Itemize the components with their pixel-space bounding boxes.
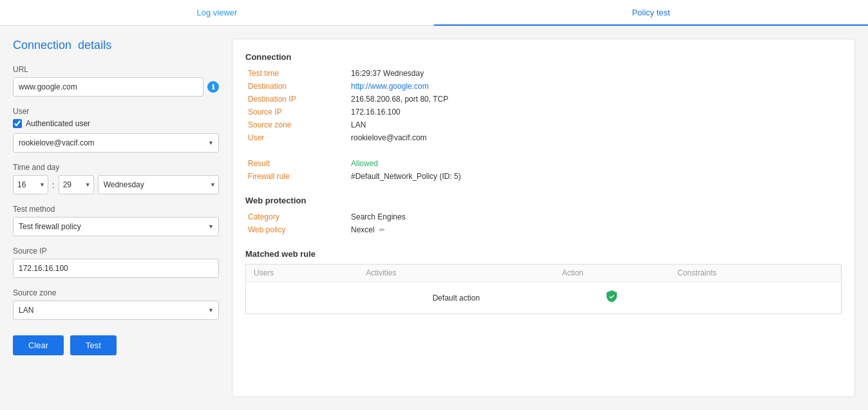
value-destination: http://www.google.com <box>348 80 842 93</box>
table-row: Source IP 172.16.16.100 <box>245 106 842 118</box>
tab-policy-test[interactable]: Policy test <box>434 0 868 26</box>
label-user: User <box>245 131 348 144</box>
source-ip-input[interactable] <box>13 259 219 278</box>
info-icon[interactable]: ℹ <box>207 81 219 93</box>
label-category: Category <box>245 210 348 223</box>
connection-section-header: Connection <box>245 52 842 62</box>
panel-title-part2: details <box>78 39 111 51</box>
day-wrapper: Wednesday Monday Tuesday Thursday Friday… <box>98 175 219 194</box>
label-result: Result <box>245 157 348 170</box>
minute-wrapper: 29 <box>59 175 94 194</box>
connection-section: Connection Test time 16:29:37 Wednesday … <box>245 52 842 144</box>
user-email-wrapper: rookielove@vacif.com <box>13 133 219 153</box>
table-row: Destination IP 216.58.200.68, port 80, T… <box>245 93 842 106</box>
hour-wrapper: 16 <box>13 175 48 194</box>
edit-icon[interactable]: ✏ <box>379 226 385 234</box>
table-row: Test time 16:29:37 Wednesday <box>245 67 842 80</box>
col-header-constraints: Constraints <box>670 265 841 282</box>
matched-web-rule-header: Matched web rule <box>245 249 842 259</box>
test-method-select[interactable]: Test firewall policy Test web policy <box>13 217 219 236</box>
result-table: Result Allowed Firewall rule #Default_Ne… <box>245 157 842 183</box>
url-label: URL <box>13 65 219 74</box>
table-row: User rookielove@vacif.com <box>245 131 842 144</box>
source-zone-label: Source zone <box>13 288 219 297</box>
right-panel: Connection Test time 16:29:37 Wednesday … <box>232 39 855 397</box>
authenticated-user-row: Authenticated user <box>13 119 219 128</box>
user-email-select[interactable]: rookielove@vacif.com <box>13 133 219 153</box>
value-source-ip: 172.16.16.100 <box>348 106 842 118</box>
url-wrapper: ℹ <box>13 77 219 97</box>
user-group: User Authenticated user rookielove@vacif… <box>13 107 219 153</box>
user-label: User <box>13 107 219 116</box>
cell-users <box>246 282 359 314</box>
source-ip-label: Source IP <box>13 247 219 256</box>
cell-constraints <box>670 282 841 314</box>
cell-activities: Default action <box>358 282 554 314</box>
panel-title: Connection details <box>13 39 219 52</box>
authenticated-user-label: Authenticated user <box>26 119 90 128</box>
source-zone-group: Source zone LAN WAN DMZ <box>13 288 219 320</box>
table-row: Source zone LAN <box>245 118 842 131</box>
value-source-zone: LAN <box>348 118 842 131</box>
label-destination-ip: Destination IP <box>245 93 348 106</box>
source-zone-select[interactable]: LAN WAN DMZ <box>13 301 219 320</box>
panel-title-part1: Connection <box>13 39 71 51</box>
table-row: Web policy Nexcel ✏ <box>245 223 842 236</box>
table-row: Destination http://www.google.com <box>245 80 842 93</box>
result-section: Result Allowed Firewall rule #Default_Ne… <box>245 157 842 183</box>
cell-action <box>554 282 670 314</box>
table-row: Default action <box>246 282 842 314</box>
table-row: Result Allowed <box>245 157 842 170</box>
col-header-action: Action <box>554 265 670 282</box>
test-button[interactable]: Test <box>70 335 117 355</box>
connection-table: Test time 16:29:37 Wednesday Destination… <box>245 67 842 144</box>
value-test-time: 16:29:37 Wednesday <box>348 67 842 80</box>
test-method-wrapper: Test firewall policy Test web policy <box>13 217 219 236</box>
value-firewall-rule: #Default_Network_Policy (ID: 5) <box>348 170 842 183</box>
main-content: Connection details URL ℹ User Authentica… <box>0 26 868 410</box>
day-select[interactable]: Wednesday Monday Tuesday Thursday Friday… <box>98 175 219 194</box>
time-row: 16 : 29 Wednesday Monday Tuesday Thursda… <box>13 175 219 194</box>
col-header-activities: Activities <box>358 265 554 282</box>
source-ip-group: Source IP <box>13 247 219 278</box>
table-row: Firewall rule #Default_Network_Policy (I… <box>245 170 842 183</box>
matched-rule-table: Users Activities Action Constraints Defa… <box>245 264 842 314</box>
top-navigation: Log viewer Policy test <box>0 0 868 26</box>
label-web-policy: Web policy <box>245 223 348 236</box>
matched-web-rule-section: Matched web rule Users Activities Action… <box>245 249 842 314</box>
authenticated-user-checkbox[interactable] <box>13 119 22 128</box>
left-panel: Connection details URL ℹ User Authentica… <box>13 39 219 397</box>
shield-allow-icon <box>605 290 619 304</box>
source-zone-wrapper: LAN WAN DMZ <box>13 301 219 320</box>
table-header-row: Users Activities Action Constraints <box>246 265 842 282</box>
value-user: rookielove@vacif.com <box>348 131 842 144</box>
label-source-ip: Source IP <box>245 106 348 118</box>
col-header-users: Users <box>246 265 359 282</box>
url-input[interactable] <box>13 77 203 97</box>
hour-select[interactable]: 16 <box>13 175 48 194</box>
web-protection-header: Web protection <box>245 196 842 205</box>
action-buttons: Clear Test <box>13 335 219 355</box>
time-and-day-label: Time and day <box>13 163 219 172</box>
label-source-zone: Source zone <box>245 118 348 131</box>
label-destination: Destination <box>245 80 348 93</box>
label-test-time: Test time <box>245 67 348 80</box>
time-separator: : <box>52 180 55 190</box>
value-category: Search Engines <box>348 210 842 223</box>
test-method-group: Test method Test firewall policy Test we… <box>13 205 219 236</box>
tab-log-viewer[interactable]: Log viewer <box>0 0 434 26</box>
url-group: URL ℹ <box>13 65 219 97</box>
table-row: Category Search Engines <box>245 210 842 223</box>
value-web-policy: Nexcel ✏ <box>348 223 842 236</box>
value-result: Allowed <box>348 157 842 170</box>
minute-select[interactable]: 29 <box>59 175 94 194</box>
clear-button[interactable]: Clear <box>13 335 64 355</box>
label-firewall-rule: Firewall rule <box>245 170 348 183</box>
web-protection-table: Category Search Engines Web policy Nexce… <box>245 210 842 236</box>
value-destination-ip: 216.58.200.68, port 80, TCP <box>348 93 842 106</box>
test-method-label: Test method <box>13 205 219 214</box>
time-and-day-group: Time and day 16 : 29 Wednesday Monday <box>13 163 219 194</box>
web-protection-section: Web protection Category Search Engines W… <box>245 196 842 236</box>
